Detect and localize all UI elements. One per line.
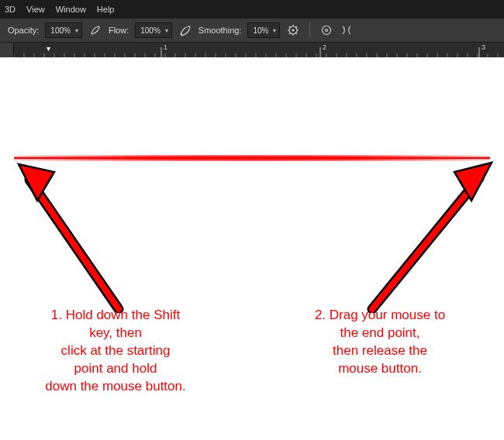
ruler-tick-label: 1	[164, 43, 167, 51]
opacity-label: Opacity:	[8, 26, 39, 35]
pressure-opacity-icon[interactable]	[88, 23, 102, 37]
menu-help[interactable]: Help	[97, 5, 115, 14]
flow-value: 100%	[140, 26, 161, 35]
horizontal-ruler[interactable]: ▾ 123	[14, 43, 504, 58]
drawn-line	[14, 155, 490, 161]
ruler-marker: ▾	[47, 44, 50, 53]
ruler-tick-label: 2	[323, 43, 326, 51]
flow-dropdown[interactable]: 100% ▾	[135, 22, 172, 38]
opacity-dropdown[interactable]: 100% ▾	[45, 22, 82, 38]
ruler-tick-label: 3	[482, 43, 485, 51]
menu-3d[interactable]: 3D	[5, 5, 16, 14]
menu-view[interactable]: View	[26, 5, 45, 14]
airbrush-icon[interactable]	[178, 23, 192, 37]
chevron-down-icon: ▾	[165, 27, 168, 34]
chevron-down-icon: ▾	[75, 27, 78, 34]
opacity-value: 100%	[50, 26, 71, 35]
separator	[309, 22, 310, 39]
ruler-ticks	[14, 43, 504, 58]
instruction-step-1: 1. Hold down the Shift key, then click a…	[3, 307, 228, 396]
pressure-size-icon[interactable]	[319, 23, 333, 37]
arrow-right	[349, 158, 496, 313]
canvas[interactable]: 1. Hold down the Shift key, then click a…	[0, 57, 504, 440]
arrow-left	[14, 158, 146, 313]
flow-label: Flow:	[109, 26, 129, 35]
ruler-corner	[0, 43, 14, 58]
menubar: 3D View Window Help	[0, 0, 504, 19]
options-bar: Opacity: 100% ▾ Flow: 100% ▾ Smoothing: …	[0, 19, 504, 42]
menu-window[interactable]: Window	[56, 5, 86, 14]
chevron-down-icon: ▾	[273, 27, 276, 34]
instruction-step-2: 2. Drag your mouse to the end point, the…	[279, 307, 481, 378]
svg-point-3	[323, 26, 331, 35]
smoothing-gear-icon[interactable]	[286, 23, 300, 37]
smoothing-label: Smoothing:	[198, 26, 242, 35]
svg-point-2	[292, 29, 295, 32]
smoothing-value: 10%	[253, 26, 268, 35]
svg-point-0	[181, 33, 182, 35]
svg-point-4	[326, 29, 328, 32]
symmetry-icon[interactable]	[340, 23, 354, 37]
smoothing-dropdown[interactable]: 10% ▾	[247, 22, 280, 38]
ruler-row: ▾ 123	[0, 42, 504, 57]
